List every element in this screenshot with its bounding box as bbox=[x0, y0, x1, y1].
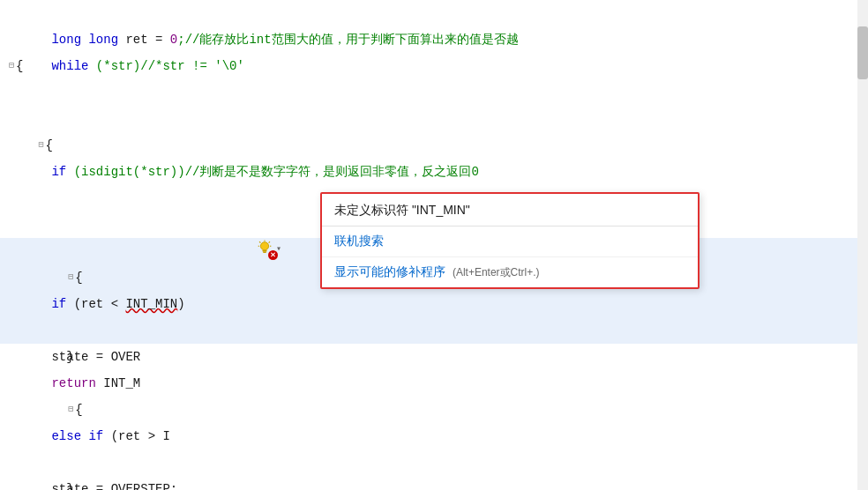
tooltip-link-fix[interactable]: 显示可能的修补程序 (Alt+Enter或Ctrl+.) bbox=[322, 257, 698, 287]
fold-icon-3[interactable]: ⊟ bbox=[7, 53, 16, 79]
tooltip-title: 未定义标识符 "INT_MIN" bbox=[322, 194, 698, 226]
svg-point-0 bbox=[260, 242, 268, 250]
code-line-3: ⊟ { bbox=[0, 53, 868, 79]
code-line-16: ⊟ { bbox=[0, 397, 868, 423]
code-line-4 bbox=[0, 79, 868, 106]
svg-line-4 bbox=[259, 241, 260, 242]
svg-rect-2 bbox=[263, 252, 266, 253]
tooltip-link2-main: 显示可能的修补程序 bbox=[334, 264, 445, 278]
fold-icon-16[interactable]: ⊟ bbox=[66, 397, 75, 423]
error-badge: ✕ bbox=[268, 250, 278, 260]
tooltip-link-search[interactable]: 联机搜索 bbox=[322, 226, 698, 257]
fold-icon-11[interactable]: ⊟ bbox=[66, 264, 75, 291]
code-editor: long long ret = 0;//能存放比int范围大的值，用于判断下面算… bbox=[0, 0, 868, 490]
fold-icon-6[interactable]: ⊟ bbox=[37, 132, 46, 159]
scrollbar-track bbox=[857, 0, 868, 490]
code-line-6: ⊟ { bbox=[0, 132, 868, 159]
tooltip-link2-shortcut: (Alt+Enter或Ctrl+.) bbox=[453, 266, 540, 278]
code-line-14: } bbox=[0, 344, 868, 370]
scrollbar-thumb[interactable] bbox=[857, 26, 868, 79]
code-line-19: } bbox=[0, 476, 868, 490]
quick-fix-bulb[interactable]: ✕ ▾ bbox=[252, 236, 284, 261]
tooltip-popup: 未定义标识符 "INT_MIN" 联机搜索 显示可能的修补程序 (Alt+Ent… bbox=[320, 192, 700, 289]
svg-line-5 bbox=[269, 241, 270, 242]
code-line-7 bbox=[0, 159, 868, 185]
svg-rect-1 bbox=[263, 250, 267, 252]
